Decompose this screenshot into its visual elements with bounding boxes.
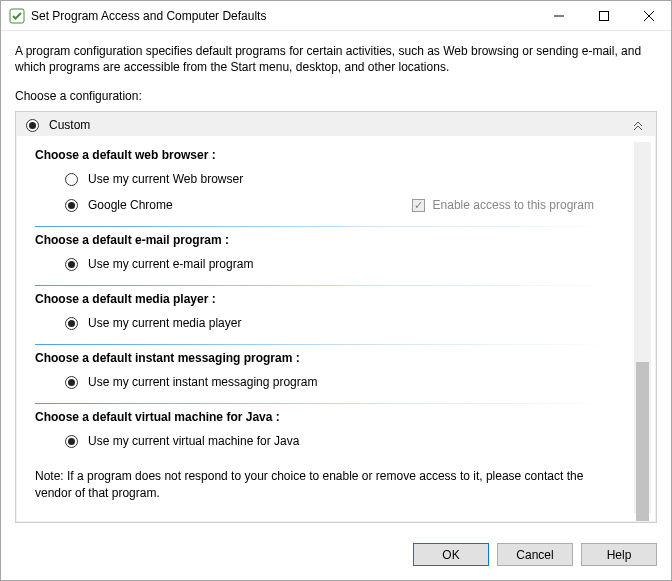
- option-label: Google Chrome: [88, 198, 173, 212]
- section-im-title: Choose a default instant messaging progr…: [35, 351, 634, 365]
- option-im-current[interactable]: Use my current instant messaging program: [35, 369, 634, 395]
- radio-icon: [65, 173, 78, 186]
- ok-button[interactable]: OK: [413, 543, 489, 566]
- section-browser-title: Choose a default web browser :: [35, 148, 634, 162]
- divider: [35, 403, 614, 404]
- option-label: Use my current e-mail program: [88, 257, 253, 271]
- choose-config-label: Choose a configuration:: [15, 89, 657, 103]
- radio-icon: [65, 199, 78, 212]
- section-media-title: Choose a default media player :: [35, 292, 634, 306]
- minimize-button[interactable]: [536, 1, 581, 30]
- collapse-icon[interactable]: [630, 119, 646, 131]
- help-button[interactable]: Help: [581, 543, 657, 566]
- divider: [35, 344, 614, 345]
- svg-rect-1: [599, 11, 608, 20]
- config-custom-row[interactable]: Custom: [16, 112, 656, 136]
- cancel-button[interactable]: Cancel: [497, 543, 573, 566]
- app-icon: [9, 8, 25, 24]
- scrollbar[interactable]: [634, 142, 651, 513]
- option-media-current[interactable]: Use my current media player: [35, 310, 634, 336]
- option-label: Use my current media player: [88, 316, 241, 330]
- radio-icon: [26, 119, 39, 132]
- divider: [35, 285, 614, 286]
- window-title: Set Program Access and Computer Defaults: [31, 9, 536, 23]
- section-java-title: Choose a default virtual machine for Jav…: [35, 410, 634, 424]
- config-custom-label: Custom: [49, 118, 630, 132]
- radio-icon: [65, 376, 78, 389]
- maximize-button[interactable]: [581, 1, 626, 30]
- section-email-title: Choose a default e-mail program :: [35, 233, 634, 247]
- option-browser-chrome[interactable]: Google Chrome ✓ Enable access to this pr…: [35, 192, 634, 218]
- option-email-current[interactable]: Use my current e-mail program: [35, 251, 634, 277]
- note-text: Note: If a program does not respond to y…: [35, 468, 614, 500]
- enable-access-checkbox: ✓ Enable access to this program: [412, 198, 634, 212]
- option-label: Use my current virtual machine for Java: [88, 434, 299, 448]
- config-body: Choose a default web browser : Use my cu…: [35, 142, 634, 513]
- enable-access-label: Enable access to this program: [433, 198, 594, 212]
- config-panel: Custom Choose a default web browser : Us…: [15, 111, 657, 523]
- content: A program configuration specifies defaul…: [1, 31, 671, 533]
- checkbox-icon: ✓: [412, 199, 425, 212]
- option-label: Use my current Web browser: [88, 172, 243, 186]
- window-buttons: [536, 1, 671, 30]
- intro-text: A program configuration specifies defaul…: [15, 43, 657, 75]
- option-browser-current[interactable]: Use my current Web browser: [35, 166, 634, 192]
- option-label: Use my current instant messaging program: [88, 375, 317, 389]
- window: Set Program Access and Computer Defaults…: [0, 0, 672, 581]
- close-button[interactable]: [626, 1, 671, 30]
- titlebar: Set Program Access and Computer Defaults: [1, 1, 671, 31]
- radio-icon: [65, 317, 78, 330]
- radio-icon: [65, 258, 78, 271]
- scrollbar-thumb[interactable]: [636, 362, 649, 521]
- radio-icon: [65, 435, 78, 448]
- option-java-current[interactable]: Use my current virtual machine for Java: [35, 428, 634, 454]
- footer: OK Cancel Help: [1, 533, 671, 580]
- divider: [35, 226, 614, 227]
